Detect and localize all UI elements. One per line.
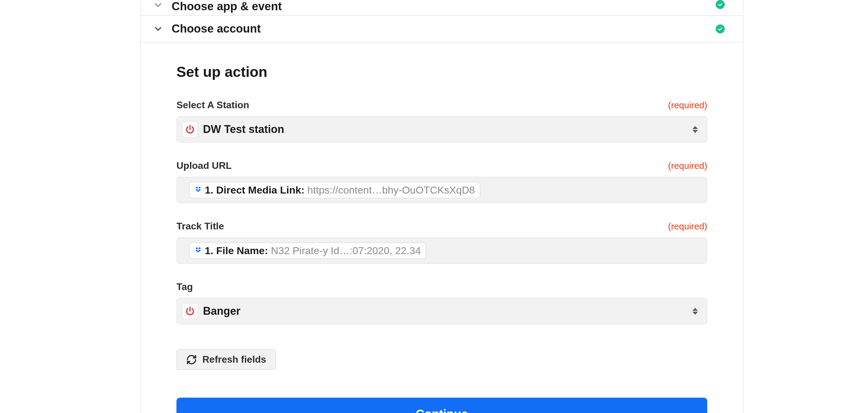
dropbox-icon (194, 186, 202, 194)
refresh-label: Refresh fields (203, 354, 266, 365)
upload-url-input[interactable]: 1. Direct Media Link: https://content…bh… (177, 177, 707, 203)
required-tag: (required) (668, 100, 707, 110)
upload-url-pill[interactable]: 1. Direct Media Link: https://content…bh… (189, 182, 480, 198)
label-upload-url: Upload URL (177, 160, 231, 171)
continue-button[interactable]: Continue (177, 398, 707, 413)
field-track-title: Track Title (required) 1. File Name: N32… (177, 221, 707, 264)
check-icon (716, 24, 725, 33)
power-icon (182, 303, 198, 319)
form-heading: Set up action (177, 64, 707, 80)
refresh-icon (186, 354, 197, 365)
required-tag: (required) (668, 221, 707, 231)
label-station: Select A Station (177, 99, 249, 110)
upload-url-pill-text: 1. Direct Media Link: https://content…bh… (205, 184, 475, 196)
label-tag: Tag (177, 281, 193, 292)
check-icon (716, 0, 725, 9)
sort-arrows-icon (691, 308, 699, 315)
field-tag: Tag Banger (177, 281, 707, 324)
track-title-pill[interactable]: 1. File Name: N32 Pirate-y Id…:07:2020, … (189, 242, 426, 259)
section-choose-account[interactable]: Choose account (141, 16, 743, 42)
required-tag: (required) (668, 161, 707, 171)
section-choose-app[interactable]: Choose app & event (141, 0, 743, 16)
chevron-down-icon (153, 0, 163, 10)
label-track-title: Track Title (177, 221, 224, 232)
power-icon (182, 121, 198, 137)
dropbox-icon (194, 247, 202, 254)
station-value: DW Test station (203, 123, 691, 136)
tag-value: Banger (203, 305, 691, 317)
track-title-input[interactable]: 1. File Name: N32 Pirate-y Id…:07:2020, … (177, 237, 707, 264)
refresh-fields-button[interactable]: Refresh fields (177, 349, 276, 370)
section-title-account: Choose account (172, 22, 707, 35)
setup-action-form: Set up action Select A Station (required… (141, 42, 743, 413)
chevron-down-icon (153, 24, 163, 34)
sort-arrows-icon (691, 126, 699, 133)
field-station: Select A Station (required) DW Test stat… (177, 99, 707, 142)
section-title-app: Choose app & event (172, 0, 707, 13)
field-upload-url: Upload URL (required) 1. Direct Media Li… (177, 160, 707, 203)
station-select[interactable]: DW Test station (177, 116, 707, 142)
tag-select[interactable]: Banger (177, 298, 707, 324)
track-title-pill-text: 1. File Name: N32 Pirate-y Id…:07:2020, … (205, 245, 421, 257)
